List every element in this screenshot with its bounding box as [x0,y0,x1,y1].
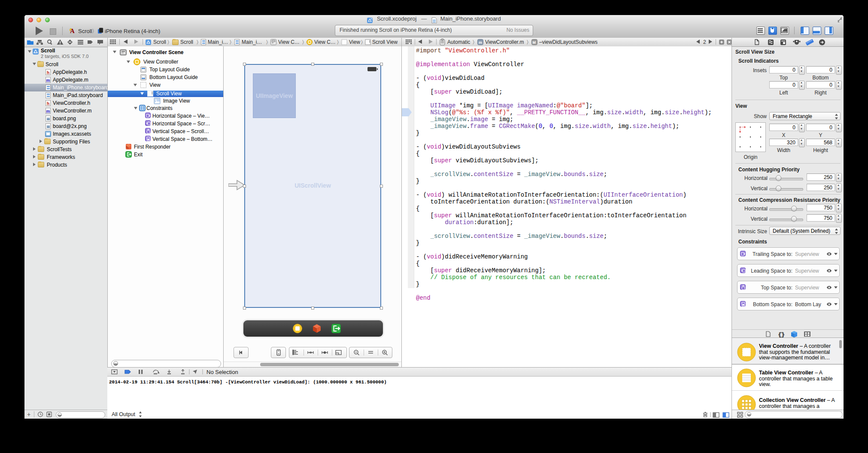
svg-text:M: M [533,40,536,45]
svg-text:{}: {} [778,332,784,338]
svg-text:m: m [479,40,482,45]
